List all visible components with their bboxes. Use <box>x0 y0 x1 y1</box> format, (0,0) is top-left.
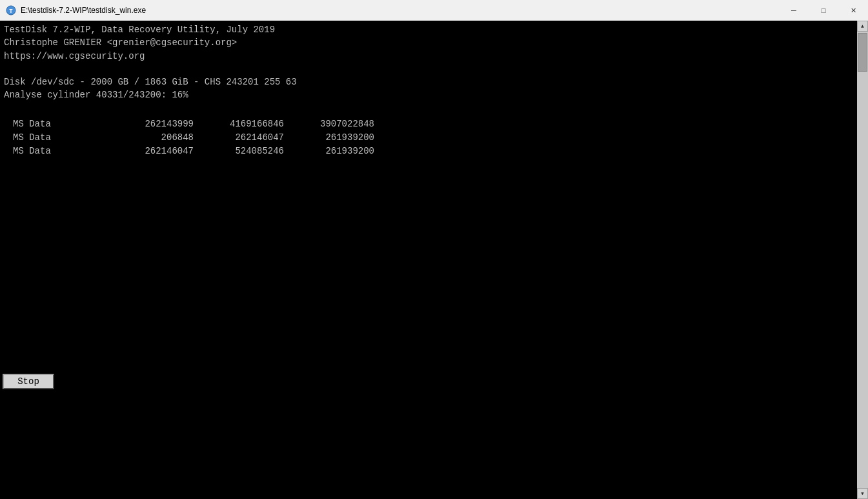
svg-text:T: T <box>9 8 13 15</box>
scroll-down-button[interactable]: ▼ <box>857 488 868 499</box>
stop-button[interactable]: Stop <box>3 374 54 389</box>
table-row: MS Data 206848 262146047 261939200 <box>13 131 853 145</box>
app-icon: T <box>5 5 17 16</box>
terminal-text: TestDisk 7.2-WIP, Data Recovery Utility,… <box>4 23 853 115</box>
close-button[interactable]: ✕ <box>838 0 868 21</box>
data-table: MS Data 262143999 4169166846 3907022848 … <box>4 117 853 158</box>
minimize-button[interactable]: ─ <box>779 0 809 21</box>
scroll-up-button[interactable]: ▲ <box>857 21 868 32</box>
table-row: MS Data 262146047 524085246 261939200 <box>13 145 853 158</box>
maximize-button[interactable]: □ <box>809 0 838 21</box>
scrollbar-thumb[interactable] <box>858 33 867 72</box>
scrollbar-track: ▲ ▼ <box>857 21 868 499</box>
table-row: MS Data 262143999 4169166846 3907022848 <box>13 117 853 131</box>
window-title: E:\testdisk-7.2-WIP\testdisk_win.exe <box>21 6 863 15</box>
titlebar: T E:\testdisk-7.2-WIP\testdisk_win.exe ─… <box>0 0 868 21</box>
window-controls: ─ □ ✕ <box>779 0 868 21</box>
terminal-output: TestDisk 7.2-WIP, Data Recovery Utility,… <box>0 21 857 499</box>
